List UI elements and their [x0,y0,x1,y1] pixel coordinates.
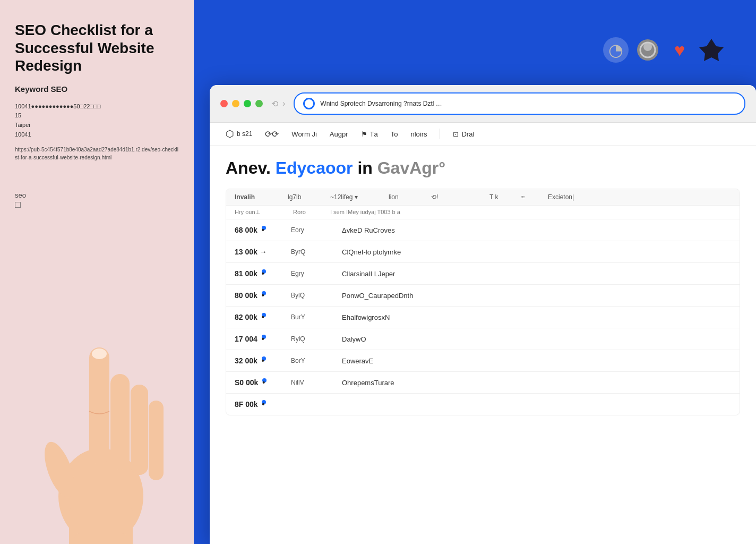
ext-icon-2 [635,37,660,63]
col-lg7lb: lg7lb [288,193,320,201]
page-title: SEO Checklist for a Successful Website R… [15,21,179,75]
volume-4: 80 00k • [235,291,282,300]
diff-3: Egry [291,270,333,277]
toolbar-ta[interactable]: ⚑ Tā [361,130,378,138]
svg-rect-2 [89,347,109,464]
ext-icon-4 [699,37,724,63]
close-button[interactable] [220,100,228,107]
heading-part1: Anev. [226,158,271,177]
traffic-lights [220,100,263,107]
diff-6: RylQ [291,335,333,343]
diff-5: BurY [291,313,333,321]
table-row: 17 004 • RylQ DalywO [226,328,740,350]
item2-icon: ⟳⟳ [265,129,279,139]
toolbar-lcp[interactable]: ⬡ b s21 [226,128,252,140]
keyword-6: DalywO [342,335,731,343]
diff-7: BorY [291,357,333,364]
keyword-2: ClQneI-lo ptolynrke [342,248,731,256]
browser-toolbar: ⬡ b s21 ⟳⟳ Worm Ji Augpr ⚑ Tā To nloirs [210,123,756,146]
volume-5: 82 00k • [235,313,282,321]
table-row: 80 00k • BylQ PonwO_CaurapedDnth [226,285,740,307]
lcp-label: b s21 [237,130,252,138]
divider [440,129,440,139]
volume-7: 32 00k • [235,356,282,365]
svg-rect-4 [131,385,148,475]
sub-col-2: Roro [293,209,330,216]
keyword-7: EoweravE [342,357,731,365]
toolbar-to[interactable]: To [391,130,398,138]
volume-2: 13 00k → [235,248,282,256]
content-heading: Anev. Edycaoor in GavAgr° [226,158,740,178]
minimize-button[interactable] [232,100,239,107]
diff-2: ByrQ [291,248,333,256]
keyword-4: PonwO_CaurapedDnth [342,292,731,300]
col-lion: lion [389,193,420,201]
heading-part4: GavAgr° [377,158,445,177]
col-arrow: ⟲! [431,193,452,201]
volume-8: S0 00k • [235,378,282,387]
toolbar-augpr[interactable]: Augpr [330,130,348,138]
to-label: To [391,130,398,138]
svg-marker-12 [699,39,724,61]
data-table: Invalih lg7lb ~12lifeg ▾ lion ⟲! T k ≈ E… [226,189,740,415]
worm-label: Worm Ji [291,130,316,138]
table-row: 82 00k • BurY EhalfowigrosxN [226,307,740,328]
tag-label: seo [15,191,179,199]
maximize-button[interactable] [244,100,251,107]
sub-col-1: Hry oun⊥ [235,209,293,216]
table-row: 68 00k • Eory ΔvkeD RuCroves [226,219,740,241]
lcp-icon: ⬡ [226,128,234,140]
toolbar-dral[interactable]: ⊡ Dral [453,130,474,138]
diff-1: Eory [291,226,333,234]
table-header-row: Invalih lg7lb ~12lifeg ▾ lion ⟲! T k ≈ E… [226,189,740,206]
col-12lifeg: ~12lifeg ▾ [330,193,378,201]
nav-forward[interactable]: › [282,99,285,108]
svg-rect-3 [110,374,130,470]
table-sub-header: Hry oun⊥ Roro I sem IMey iudyaj T003 b a [226,206,740,219]
hand-illustration [27,305,175,544]
keyword-5: EhalfowigrosxN [342,313,731,321]
keyword-8: OhrepemsTurare [342,379,731,387]
diff-8: NillV [291,379,333,386]
meta-info: 10041●●●●●●●●●●●●50□22□□□ 15 Taipei 1004… [15,102,179,139]
browser-nav: ⟲ › [271,99,285,109]
keyword-subtitle: Keyword SEO [15,84,179,94]
svg-rect-7 [74,533,127,544]
keyword-3: CllarsinalI LJeper [342,270,731,278]
toolbar-worm[interactable]: Worm Ji [291,130,316,138]
diff-4: BylQ [291,292,333,299]
address-icon [303,98,315,109]
augpr-label: Augpr [330,130,348,138]
ta-label: Tā [370,130,378,138]
col-approx: ≈ [521,193,537,201]
ext-icon-3: ♥ [667,37,692,63]
ta-icon: ⚑ [361,130,367,138]
address-bar[interactable]: Wnind Sprotech Dvsarroning ?rnats Dztl … [294,92,745,115]
volume-3: 81 00k • [235,269,282,278]
table-row: 32 00k • BorY EoweravE [226,350,740,372]
svg-rect-5 [149,401,164,480]
page-url[interactable]: https://pub-5c454f571b8e40a3a2aad27ade84… [15,146,179,162]
ext-icon-1: ◔ [603,37,629,63]
sidebar: SEO Checklist for a Successful Website R… [0,0,194,544]
top-section: ◔ ♥ [194,0,756,96]
toolbar-nloirs[interactable]: nloirs [410,130,427,138]
table-row: 81 00k • Egry CllarsinalI LJeper [226,263,740,285]
tag-icon: □ [15,199,179,210]
volume-9: 8F 00k • [235,400,282,409]
browser-window: ⟲ › Wnind Sprotech Dvsarroning ?rnats Dz… [210,85,756,544]
table-row: 8F 00k • [226,394,740,415]
svg-point-8 [92,348,107,359]
sub-col-3: I sem IMey iudyaj T003 b a [330,209,731,216]
col-excietonj: Excieton| [548,193,574,201]
keyword-1: ΔvkeD RuCroves [342,226,731,234]
volume-6: 17 004 • [235,335,282,343]
volume-1: 68 00k • [235,226,282,234]
heading-part2: Edycaoor [276,158,353,177]
toolbar-item-2[interactable]: ⟳⟳ [265,129,279,139]
browser-chrome: ⟲ › Wnind Sprotech Dvsarroning ?rnats Dz… [210,85,756,123]
heading-part3: in [357,158,372,177]
extra-button[interactable] [255,100,263,107]
col-invalih: Invalih [235,193,277,201]
nav-back[interactable]: ⟲ [271,99,278,109]
